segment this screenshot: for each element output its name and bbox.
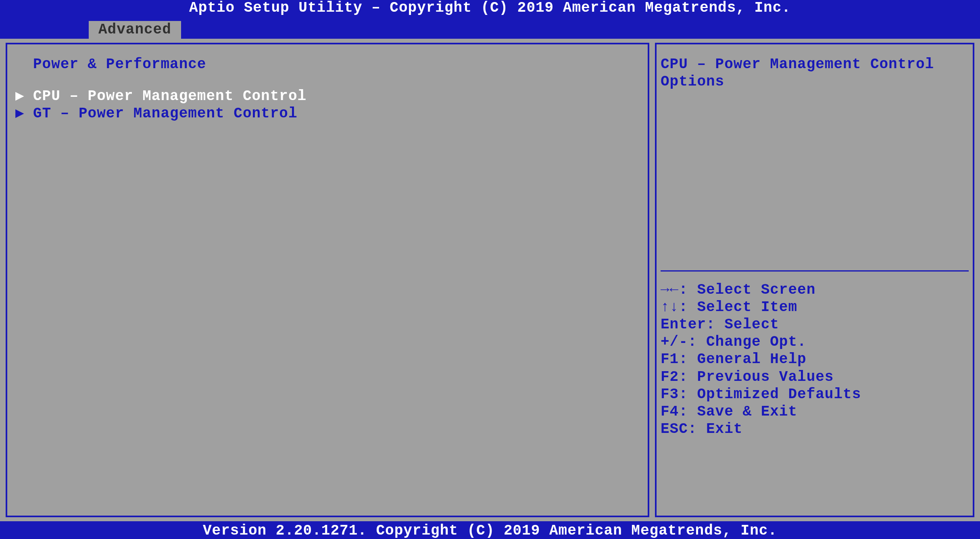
menu-item-gt-power[interactable]: ▶ GT – Power Management Control	[15, 105, 640, 122]
bios-container: Aptio Setup Utility – Copyright (C) 2019…	[0, 0, 980, 539]
key-hint-select-item: ↑↓: Select Item	[661, 299, 969, 316]
key-hint-change-opt: +/-: Change Opt.	[661, 333, 969, 351]
key-hint-select-screen: →←: Select Screen	[661, 281, 969, 299]
menu-item-cpu-power[interactable]: ▶ CPU – Power Management Control	[15, 88, 640, 105]
help-description: CPU – Power Management Control Options	[657, 44, 973, 270]
key-hint-previous-values: F2: Previous Values	[661, 368, 969, 386]
key-hint-save-exit: F4: Save & Exit	[661, 403, 969, 420]
key-hint-exit: ESC: Exit	[661, 420, 969, 438]
help-description-line: CPU – Power Management Control	[661, 56, 969, 73]
menu-item-label: GT – Power Management Control	[33, 105, 298, 122]
help-description-line: Options	[661, 73, 969, 90]
footer-text: Version 2.20.1271. Copyright (C) 2019 Am…	[203, 522, 777, 539]
tab-bar: Advanced	[0, 18, 980, 39]
footer-bar: Version 2.20.1271. Copyright (C) 2019 Am…	[0, 521, 980, 539]
header-bar: Aptio Setup Utility – Copyright (C) 2019…	[0, 0, 980, 18]
pane-title: Power & Performance	[33, 56, 640, 73]
side-pane: CPU – Power Management Control Options →…	[655, 43, 974, 518]
main-area: Power & Performance ▶ CPU – Power Manage…	[0, 39, 980, 522]
content-pane: Power & Performance ▶ CPU – Power Manage…	[6, 43, 649, 518]
menu-item-label: CPU – Power Management Control	[33, 88, 307, 105]
tab-advanced[interactable]: Advanced	[89, 21, 181, 39]
header-title: Aptio Setup Utility – Copyright (C) 2019…	[189, 0, 791, 16]
submenu-arrow-icon: ▶	[15, 105, 33, 122]
key-hint-select: Enter: Select	[661, 316, 969, 333]
key-hint-general-help: F1: General Help	[661, 351, 969, 368]
submenu-arrow-icon: ▶	[15, 88, 33, 105]
key-help: →←: Select Screen ↑↓: Select Item Enter:…	[657, 272, 973, 516]
key-hint-optimized-defaults: F3: Optimized Defaults	[661, 386, 969, 403]
tab-label: Advanced	[98, 21, 171, 38]
